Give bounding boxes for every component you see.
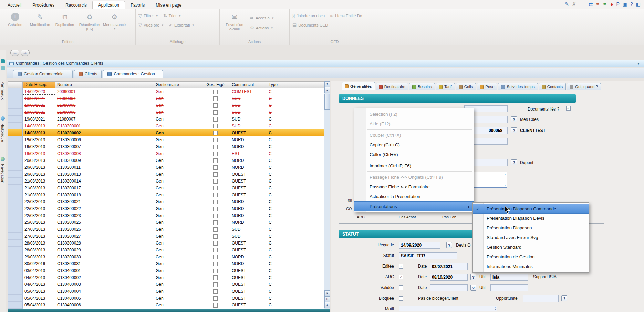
row-gutter[interactable] bbox=[8, 281, 23, 288]
panel-tab-g-n-ralit-s[interactable]: Généralités bbox=[342, 82, 375, 90]
ges-fige-checkbox[interactable] bbox=[213, 145, 218, 149]
joindre-docu-button[interactable]: § Joindre un docu bbox=[292, 13, 325, 18]
row-gutter[interactable] bbox=[8, 226, 23, 233]
row-gutter[interactable] bbox=[8, 171, 23, 178]
titlebar-dropdown-icon[interactable]: ▼ bbox=[637, 62, 640, 65]
ges-fige-checkbox[interactable] bbox=[213, 220, 218, 225]
mes-cdes-help-button[interactable]: ? bbox=[511, 116, 517, 122]
vertical-scrollbar[interactable]: ↥ ▲ ▼ ⇊ ↧ bbox=[324, 81, 330, 309]
help-icon[interactable]: ? bbox=[630, 1, 633, 7]
arc-util-field[interactable]: isia bbox=[490, 274, 528, 281]
row-gutter[interactable] bbox=[8, 247, 23, 253]
menu-item-imprimer-ctrl-p-f6[interactable]: Imprimer (Ctrl+P, F6) bbox=[354, 161, 474, 171]
horizontal-scrollbar[interactable] bbox=[8, 309, 330, 312]
history-icon[interactable] bbox=[1, 116, 5, 121]
scroll-up-mini-icon[interactable]: ▲ bbox=[504, 173, 506, 176]
row-gutter[interactable] bbox=[8, 116, 23, 123]
validee-util-field[interactable] bbox=[490, 284, 528, 291]
ges-fige-checkbox[interactable] bbox=[213, 103, 218, 108]
table-row[interactable]: 19/03/2013C130300008GenESTC bbox=[8, 150, 324, 157]
ges-fige-checkbox[interactable] bbox=[213, 165, 218, 170]
sidebar-item-panneaux[interactable]: Panneaux bbox=[1, 81, 5, 100]
menu-item-actualiser-la-pr-sentation[interactable]: Actualiser la Présentation bbox=[354, 192, 474, 201]
statut-field[interactable]: SAISIE_TER bbox=[399, 252, 457, 259]
row-gutter[interactable] bbox=[8, 129, 23, 136]
row-gutter[interactable] bbox=[8, 212, 23, 219]
sidebar-item-historique[interactable]: Historique bbox=[1, 123, 5, 142]
sidebar-item-navigation[interactable]: Navigation bbox=[1, 164, 5, 184]
scroll-to-bottom-button[interactable]: ↧ bbox=[324, 302, 330, 308]
table-row[interactable]: 19/08/202121080006GenSUDC bbox=[8, 109, 324, 116]
table-row[interactable]: 20/03/2013C130300009GenNORDC bbox=[8, 157, 324, 164]
editee-date-field[interactable]: 02/07/2021 bbox=[430, 263, 468, 270]
header-ges-fige[interactable]: Ges. Figé bbox=[201, 81, 230, 88]
menu-item-coller-ctrl-v[interactable]: Coller (Ctrl+V) bbox=[354, 150, 474, 159]
navigation-globe-icon[interactable] bbox=[1, 157, 5, 161]
row-gutter[interactable] bbox=[8, 233, 23, 240]
menu-item-pr-sentations[interactable]: Présentations› bbox=[354, 201, 474, 211]
table-row[interactable]: 04/04/2013C130400003GenOUESTC bbox=[8, 281, 324, 288]
row-gutter[interactable] bbox=[8, 240, 23, 247]
filtrer-button[interactable]: ▽ Filtrer ▾ bbox=[138, 13, 158, 18]
ges-fige-checkbox[interactable] bbox=[213, 152, 218, 156]
panel-tab-pose[interactable]: Pose bbox=[477, 83, 497, 90]
ribbon-tab-application[interactable]: Application bbox=[92, 1, 125, 9]
table-row[interactable]: 28/03/2013C130300028GenOUESTC bbox=[8, 240, 324, 247]
back-button[interactable]: ⇦ bbox=[10, 50, 19, 56]
scroll-down-button[interactable]: ▼ bbox=[324, 290, 330, 296]
validee-util-help-button[interactable]: ? bbox=[470, 285, 476, 291]
ges-fige-checkbox[interactable] bbox=[213, 110, 218, 115]
row-gutter[interactable] bbox=[8, 205, 23, 212]
row-gutter[interactable] bbox=[8, 219, 23, 226]
editee-checkbox[interactable]: ✓ bbox=[399, 264, 403, 269]
ges-fige-checkbox[interactable] bbox=[213, 138, 218, 142]
menu-avance-button[interactable]: ⚙ Menu avancé ▾ bbox=[102, 11, 127, 38]
table-row[interactable]: 05/04/2013C130400005GenOUESTC bbox=[8, 295, 324, 302]
submenu-item-pr-sentation-diapason[interactable]: Présentation Diapason bbox=[473, 223, 589, 233]
table-row[interactable]: 22/03/2013C130300021GenNORDC bbox=[8, 198, 324, 205]
ges-fige-checkbox[interactable] bbox=[213, 289, 218, 294]
submenu-item-informations-minimales[interactable]: Informations Minimales bbox=[473, 262, 589, 271]
ges-fige-checkbox[interactable] bbox=[213, 186, 218, 190]
ges-fige-checkbox[interactable] bbox=[213, 193, 218, 197]
validee-checkbox[interactable] bbox=[399, 285, 403, 290]
ribbon-tab-proc-dures[interactable]: Procédures bbox=[27, 1, 60, 9]
row-gutter[interactable] bbox=[8, 295, 23, 302]
submenu-item-gestion-standard[interactable]: Gestion Standard bbox=[473, 242, 589, 252]
doc-tab-commandes-gestion[interactable]: Commandes : Gestion... bbox=[103, 70, 163, 78]
table-row[interactable]: 27/03/2013C130300027GenSUDC bbox=[8, 233, 324, 240]
submenu-item-standard-avec-erreur-svg[interactable]: Standard avec Erreur Svg bbox=[473, 233, 589, 242]
panel-tab-suivi-des-temps[interactable]: Suivi des temps bbox=[498, 83, 538, 90]
header-gutter[interactable] bbox=[8, 81, 23, 88]
menu-item-passage-fiche-formulaire[interactable]: Passage Fiche <-> Formulaire bbox=[354, 182, 474, 192]
envoi-email-button[interactable]: ✉ Envoi d'un e-mail bbox=[222, 11, 247, 38]
table-row[interactable]: 14/09/202020090001GenCOMTESTC bbox=[8, 88, 324, 95]
motif-field[interactable]: ▲ ▼ bbox=[399, 306, 497, 311]
pen-red-icon[interactable]: ✒ bbox=[596, 1, 600, 7]
table-row[interactable]: 22/03/2013C130300022GenNORDC bbox=[8, 205, 324, 212]
scrollbar-thumb[interactable] bbox=[324, 94, 330, 110]
ges-fige-checkbox[interactable] bbox=[213, 117, 218, 122]
row-gutter[interactable] bbox=[8, 191, 23, 198]
ges-fige-checkbox[interactable] bbox=[213, 296, 218, 301]
liens-entite-button[interactable]: ∞ Liens Entité Do.. bbox=[330, 13, 364, 18]
table-row[interactable]: 30/09/2016C130300031GenNORDC bbox=[8, 260, 324, 267]
ges-fige-checkbox[interactable] bbox=[213, 207, 218, 211]
arc-util-help-button[interactable]: ? bbox=[470, 274, 476, 280]
panel-tab-contacts[interactable]: Contacts bbox=[539, 83, 566, 90]
row-gutter[interactable] bbox=[8, 88, 23, 95]
row-gutter[interactable] bbox=[8, 157, 23, 164]
scroll-page-down-button[interactable]: ⇊ bbox=[324, 296, 330, 302]
row-gutter[interactable] bbox=[8, 123, 23, 129]
record-icon[interactable]: ● bbox=[610, 1, 613, 7]
header-commercial[interactable]: Commercial bbox=[230, 81, 267, 88]
devis-help-button[interactable]: ? bbox=[446, 242, 452, 248]
table-row[interactable]: 29/03/2013C130300030GenNORDC bbox=[8, 253, 324, 260]
reactivation-button[interactable]: ♻ Réactivation (F6) bbox=[77, 11, 102, 38]
menu-item-copier-ctrl-c[interactable]: Copier (Ctrl+C) bbox=[354, 140, 474, 150]
table-row[interactable]: 19/08/202121080007GenSUDC bbox=[8, 116, 324, 123]
submenu-item-pr-sentation-diapason-devis[interactable]: Présentation Diapason Devis bbox=[473, 214, 589, 223]
row-gutter[interactable] bbox=[8, 109, 23, 116]
ges-fige-checkbox[interactable] bbox=[213, 90, 218, 94]
header-type[interactable]: Type bbox=[267, 81, 324, 88]
